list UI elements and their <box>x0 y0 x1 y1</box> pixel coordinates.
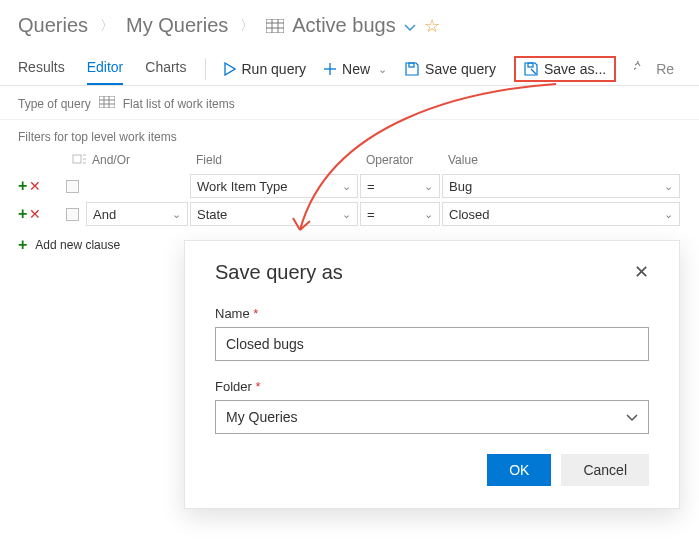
undo-button[interactable]: Re <box>634 61 674 78</box>
folder-select[interactable]: My Queries <box>215 400 649 434</box>
breadcrumb-mid[interactable]: My Queries <box>126 14 228 37</box>
breadcrumb-root[interactable]: Queries <box>18 14 88 37</box>
svg-rect-7 <box>409 63 414 67</box>
add-row-icon[interactable]: + <box>18 205 27 223</box>
checkbox-header-icon[interactable] <box>66 153 86 168</box>
andor-select[interactable] <box>86 174 188 198</box>
tab-bar: Results Editor Charts Run query New ⌄ Sa… <box>0 45 699 86</box>
save-query-label: Save query <box>425 61 496 77</box>
close-icon[interactable]: ✕ <box>634 261 649 283</box>
breadcrumb: Queries 〉 My Queries 〉 Active bugs ☆ <box>0 0 699 45</box>
add-new-clause-label: Add new clause <box>35 238 120 252</box>
filter-header-row: And/Or Field Operator Value <box>18 148 699 172</box>
breadcrumb-leaf[interactable]: Active bugs <box>292 14 395 37</box>
svg-rect-9 <box>99 96 115 108</box>
divider <box>205 58 206 80</box>
folder-label: Folder * <box>215 379 649 394</box>
filter-row: + ✕ Work Item Type⌄ =⌄ Bug⌄ <box>18 172 699 200</box>
row-checkbox[interactable] <box>66 208 79 221</box>
flat-list-icon[interactable] <box>99 96 115 111</box>
ok-button[interactable]: OK <box>487 454 551 486</box>
list-icon <box>266 19 284 33</box>
name-input[interactable] <box>215 327 649 361</box>
plus-icon: + <box>18 236 27 254</box>
operator-select[interactable]: =⌄ <box>360 202 440 226</box>
tab-results[interactable]: Results <box>18 53 65 85</box>
type-of-query-row: Type of query Flat list of work items <box>0 86 699 120</box>
name-label: Name * <box>215 306 649 321</box>
row-checkbox[interactable] <box>66 180 79 193</box>
save-query-as-dialog: Save query as ✕ Name * Folder * My Queri… <box>184 240 680 509</box>
chevron-down-icon <box>626 409 638 425</box>
svg-rect-0 <box>266 19 284 33</box>
star-icon[interactable]: ☆ <box>424 15 440 37</box>
new-label: New <box>342 61 370 77</box>
field-select[interactable]: State⌄ <box>190 202 358 226</box>
save-query-button[interactable]: Save query <box>405 61 496 77</box>
chevron-right-icon: 〉 <box>100 17 114 35</box>
value-select[interactable]: Closed⌄ <box>442 202 680 226</box>
tab-charts[interactable]: Charts <box>145 53 186 85</box>
save-as-highlight: Save as... <box>514 56 616 82</box>
value-select[interactable]: Bug⌄ <box>442 174 680 198</box>
save-as-button[interactable]: Save as... <box>524 61 606 77</box>
run-query-label: Run query <box>242 61 307 77</box>
dialog-title: Save query as <box>215 261 343 284</box>
save-icon <box>405 62 419 76</box>
folder-value: My Queries <box>226 409 298 425</box>
undo-icon <box>634 61 650 78</box>
header-value: Value <box>442 153 682 167</box>
chevron-down-icon: ⌄ <box>378 63 387 76</box>
cancel-button[interactable]: Cancel <box>561 454 649 486</box>
save-as-icon <box>524 62 538 76</box>
plus-icon <box>324 63 336 75</box>
header-field: Field <box>190 153 360 167</box>
delete-row-icon[interactable]: ✕ <box>29 178 41 194</box>
undo-label: Re <box>656 61 674 77</box>
add-row-icon[interactable]: + <box>18 177 27 195</box>
operator-select[interactable]: =⌄ <box>360 174 440 198</box>
chevron-right-icon: 〉 <box>240 17 254 35</box>
type-of-query-value: Flat list of work items <box>123 97 235 111</box>
chevron-down-icon[interactable] <box>404 14 416 37</box>
filters-title: Filters for top level work items <box>18 130 699 144</box>
field-select[interactable]: Work Item Type⌄ <box>190 174 358 198</box>
save-as-label: Save as... <box>544 61 606 77</box>
svg-rect-14 <box>73 155 81 163</box>
header-andor: And/Or <box>86 153 190 167</box>
filters-section: Filters for top level work items And/Or … <box>0 120 699 254</box>
delete-row-icon[interactable]: ✕ <box>29 206 41 222</box>
andor-select[interactable]: And⌄ <box>86 202 188 226</box>
tab-editor[interactable]: Editor <box>87 53 124 85</box>
svg-rect-8 <box>528 63 533 67</box>
play-icon <box>224 62 236 76</box>
new-button[interactable]: New ⌄ <box>324 61 387 77</box>
filter-row: + ✕ And⌄ State⌄ =⌄ Closed⌄ <box>18 200 699 228</box>
run-query-button[interactable]: Run query <box>224 61 307 77</box>
type-of-query-label: Type of query <box>18 97 91 111</box>
header-operator: Operator <box>360 153 442 167</box>
